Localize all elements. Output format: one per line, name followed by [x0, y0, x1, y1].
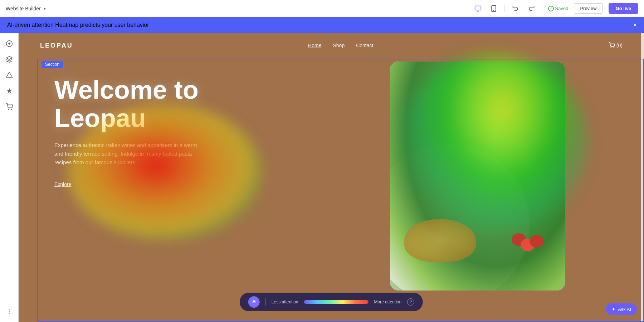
food-image-bg — [390, 62, 565, 291]
ai-banner-close-button[interactable]: × — [633, 21, 637, 29]
food-tomatoes — [530, 235, 544, 248]
svg-point-10 — [9, 311, 10, 312]
nav-link-home[interactable]: Home — [308, 43, 321, 48]
ask-ai-star-icon: ✦ — [611, 306, 616, 312]
ask-ai-label: Ask AI — [618, 307, 631, 312]
cart-count: (0) — [616, 43, 623, 48]
svg-point-11 — [9, 313, 10, 314]
site-cart[interactable]: (0) — [609, 42, 623, 49]
desktop-view-button[interactable] — [473, 4, 483, 14]
ai-banner: AI-driven attention Heatmap predicts you… — [0, 17, 644, 33]
site-logo: LEOPAU — [40, 42, 73, 49]
svg-point-9 — [9, 309, 10, 310]
app-title: Website Builder — [6, 6, 41, 11]
sidebar-more-button[interactable] — [3, 305, 16, 318]
saved-label: Saved — [555, 6, 569, 11]
website-preview: Section LEOPAU Home Shop Contact (0) Wel… — [19, 33, 644, 322]
ai-banner-text: AI-driven attention Heatmap predicts you… — [7, 22, 149, 28]
mobile-view-button[interactable] — [489, 4, 499, 14]
sidebar-shapes-button[interactable] — [3, 69, 16, 82]
toolbar-divider-2 — [542, 5, 542, 12]
saved-check-icon: ✓ — [548, 6, 554, 11]
svg-point-7 — [8, 109, 9, 110]
hero-description: Experience authentic Italian wines and a… — [54, 141, 197, 167]
hero-title-line2: Leopau — [54, 104, 298, 132]
app-title-chevron[interactable]: ▾ — [44, 6, 46, 11]
sidebar-add-button[interactable] — [3, 37, 16, 50]
hero-title-line1: Welcome to — [54, 76, 298, 104]
section-badge[interactable]: Section — [42, 61, 63, 68]
legend-less-label: Less attention — [272, 299, 298, 304]
hero-content: Welcome to Leopau Experience authentic I… — [54, 76, 298, 187]
svg-point-13 — [614, 48, 614, 48]
food-image — [390, 62, 565, 291]
undo-button[interactable] — [511, 4, 521, 14]
main-layout: Section LEOPAU Home Shop Contact (0) Wel… — [0, 33, 644, 322]
svg-point-12 — [611, 48, 611, 48]
hero-explore-link[interactable]: Explore — [54, 181, 71, 187]
toolbar-divider-1 — [504, 5, 505, 12]
site-nav: LEOPAU Home Shop Contact (0) — [19, 33, 644, 58]
food-pasta — [404, 219, 476, 262]
legend-eye-icon[interactable]: 👁 — [248, 296, 260, 308]
heatmap-legend: 👁 Less attention More attention ? — [240, 293, 423, 311]
ask-ai-button[interactable]: ✦ Ask AI — [606, 303, 637, 315]
legend-gradient-bar — [304, 300, 369, 304]
golive-button[interactable]: Go live — [609, 3, 638, 14]
scrollbar[interactable] — [641, 33, 644, 322]
nav-link-shop[interactable]: Shop — [333, 43, 345, 48]
redo-button[interactable] — [526, 4, 536, 14]
legend-more-label: More attention — [374, 299, 402, 304]
toolbar: Website Builder ▾ ✓ Saved Preview Go liv… — [0, 0, 644, 17]
site-nav-links: Home Shop Contact — [308, 43, 373, 48]
legend-info-button[interactable]: ? — [407, 298, 414, 306]
sidebar-layers-button[interactable] — [3, 53, 16, 66]
left-sidebar — [0, 33, 19, 322]
preview-button[interactable]: Preview — [574, 3, 602, 14]
sidebar-cart-button[interactable] — [3, 100, 16, 113]
svg-rect-0 — [475, 6, 481, 10]
canvas-area: Section LEOPAU Home Shop Contact (0) Wel… — [19, 33, 644, 322]
svg-marker-6 — [6, 57, 12, 59]
legend-divider — [265, 298, 266, 306]
toolbar-left: Website Builder ▾ — [6, 6, 46, 11]
hero-title: Welcome to Leopau — [54, 76, 298, 132]
sidebar-sparkle-button[interactable] — [3, 84, 16, 97]
toolbar-right: ✓ Saved Preview Go live — [473, 3, 638, 14]
nav-link-contact[interactable]: Contact — [356, 43, 373, 48]
svg-point-8 — [11, 109, 12, 110]
saved-indicator: ✓ Saved — [548, 6, 569, 11]
